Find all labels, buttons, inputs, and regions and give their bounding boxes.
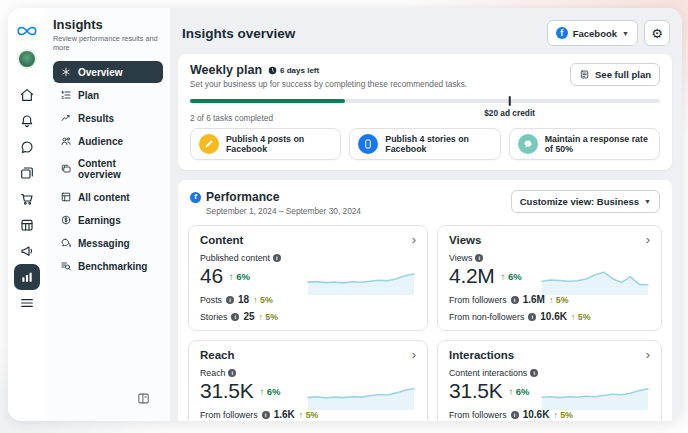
metric-cards-grid: Content › Published contenti 46 ↑ 6% Pos… <box>188 225 662 421</box>
info-icon[interactable]: i <box>228 369 236 377</box>
account-selector-label: Facebook <box>573 28 617 39</box>
main-content: Insights overview f Facebook ▼ ⚙ Weekly … <box>170 8 682 421</box>
metric-card-reach[interactable]: Reach › Reachi 31.5K ↑ 6% From followers… <box>188 340 428 421</box>
metric-change: ↑ 6% <box>501 271 522 282</box>
megaphone-icon <box>19 243 35 259</box>
rail-button-home[interactable] <box>14 82 40 108</box>
ad-credit-label: $20 ad credit <box>484 108 535 118</box>
info-icon[interactable]: i <box>528 313 536 321</box>
progress-text: 2 of 6 tasks completed <box>190 113 273 123</box>
subrow-value: 10.6K <box>540 311 567 322</box>
sidebar-item-results[interactable]: Results <box>53 107 163 129</box>
rail-button-commerce[interactable] <box>14 186 40 212</box>
chat-icon <box>19 139 35 155</box>
page-header: Insights overview f Facebook ▼ ⚙ <box>178 18 672 54</box>
performance-title: Performance <box>206 190 279 204</box>
rail-button-notifications[interactable] <box>14 108 40 134</box>
rail-button-content[interactable] <box>14 160 40 186</box>
subrow-label: From followers <box>449 295 507 305</box>
task-card-publish-4-posts-on-facebook[interactable]: Publish 4 posts on Facebook <box>190 128 341 160</box>
settings-button[interactable]: ⚙ <box>644 20 670 46</box>
sidebar-item-label: Overview <box>78 67 122 78</box>
info-icon[interactable]: i <box>262 411 270 419</box>
sidebar-item-benchmarking[interactable]: Benchmarking <box>53 255 163 277</box>
sidebar-item-label: Earnings <box>78 215 121 226</box>
task-card-maintain-a-response-rate-of-50-[interactable]: Maintain a response rate of 50% <box>509 128 660 160</box>
info-icon[interactable]: i <box>511 296 519 304</box>
rail-button-planner[interactable] <box>14 212 40 238</box>
collapse-sidebar-icon[interactable] <box>136 391 154 409</box>
chevron-right-icon: › <box>646 235 650 245</box>
performance-date-range: September 1, 2024 – September 30, 2024 <box>206 206 361 216</box>
info-icon[interactable]: i <box>511 411 519 419</box>
metric-value: 31.5K <box>449 379 502 403</box>
metric-card-interactions[interactable]: Interactions › Content interactionsi 31.… <box>437 340 662 421</box>
subrow-label: From non-followers <box>449 312 524 322</box>
sidebar-item-audience[interactable]: Audience <box>53 130 163 152</box>
weekly-plan-card: Weekly plan 6 days left Set your busines… <box>178 54 672 170</box>
sidebar-item-content-overview[interactable]: Content overview <box>53 153 163 185</box>
task-card-publish-4-stories-on-facebook[interactable]: Publish 4 stories on Facebook <box>349 128 500 160</box>
subrow-label: From followers <box>449 410 507 420</box>
info-icon[interactable]: i <box>231 313 239 321</box>
sidebar-item-earnings[interactable]: Earnings <box>53 209 163 231</box>
chat-response-icon <box>518 134 538 154</box>
app-window: Insights Review performance results and … <box>8 8 682 421</box>
cart-icon <box>19 191 35 207</box>
metric-label: Published content <box>200 253 270 263</box>
card-title: Reach <box>200 349 235 361</box>
task-label: Maintain a response rate of 50% <box>545 134 651 154</box>
icon-rail <box>8 8 46 421</box>
meta-logo-icon[interactable] <box>14 18 40 44</box>
subrow-change: ↑ 5% <box>259 312 279 322</box>
info-icon[interactable]: i <box>530 369 538 377</box>
sidebar-item-label: Results <box>78 113 114 124</box>
sparkline-chart <box>541 262 649 296</box>
info-icon[interactable]: i <box>226 296 234 304</box>
facebook-logo-icon: f <box>556 27 568 39</box>
subrow-value: 1.6K <box>274 409 295 420</box>
sidebar-item-label: Plan <box>78 90 99 101</box>
sidebar-item-label: Messaging <box>78 238 130 249</box>
rail-button-inbox[interactable] <box>14 134 40 160</box>
task-label: Publish 4 stories on Facebook <box>385 134 491 154</box>
gear-icon: ⚙ <box>651 26 663 41</box>
metric-card-content[interactable]: Content › Published contenti 46 ↑ 6% Pos… <box>188 225 428 331</box>
account-selector-button[interactable]: f Facebook ▼ <box>547 20 638 46</box>
sidebar-item-label: Benchmarking <box>78 261 147 272</box>
sidebar-item-overview[interactable]: Overview <box>53 61 163 83</box>
metric-value: 46 <box>200 264 223 288</box>
facebook-logo-icon: f <box>190 192 201 203</box>
task-label: Publish 4 posts on Facebook <box>226 134 332 154</box>
earnings-icon <box>60 214 72 226</box>
table-icon <box>19 217 35 233</box>
customize-view-button[interactable]: Customize view: Business ▼ <box>511 190 660 213</box>
metric-card-views[interactable]: Views › Viewsi 4.2M ↑ 6% From followers … <box>437 225 662 331</box>
subrow-value: 25 <box>243 311 254 322</box>
sidebar-item-plan[interactable]: Plan <box>53 84 163 106</box>
weekly-plan-subtitle: Set your business up for success by comp… <box>190 79 467 89</box>
benchmarking-icon <box>60 260 72 272</box>
chevron-right-icon: › <box>412 235 416 245</box>
sidebar-item-label: All content <box>78 192 130 203</box>
posts-icon <box>19 165 35 181</box>
sidebar-item-label: Audience <box>78 136 123 147</box>
card-title: Content <box>200 234 243 246</box>
progress-track <box>190 99 660 103</box>
rail-button-insights[interactable] <box>14 264 40 290</box>
see-full-plan-button[interactable]: See full plan <box>570 63 660 86</box>
pencil-post-icon <box>199 134 219 154</box>
info-icon[interactable]: i <box>273 254 281 262</box>
page-avatar[interactable] <box>17 49 37 69</box>
rail-button-all-tools[interactable] <box>14 290 40 316</box>
all-content-icon <box>60 191 72 203</box>
weekly-plan-tasks: Publish 4 posts on Facebook Publish 4 st… <box>190 128 660 160</box>
sidebar-item-messaging[interactable]: Messaging <box>53 232 163 254</box>
info-icon[interactable]: i <box>475 254 483 262</box>
metric-change: ↑ 6% <box>508 386 529 397</box>
sidebar-item-all-content[interactable]: All content <box>53 186 163 208</box>
metric-label: Reach <box>200 368 225 378</box>
weekly-plan-progress: 2 of 6 tasks completed $20 ad credit <box>190 99 660 120</box>
rail-button-ads[interactable] <box>14 238 40 264</box>
results-icon <box>60 112 72 124</box>
